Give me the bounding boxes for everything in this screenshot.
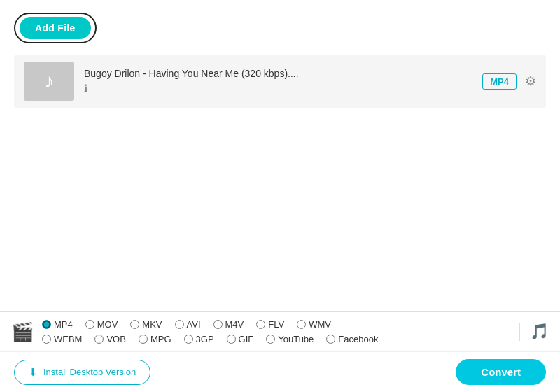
option-vob[interactable]: VOB bbox=[94, 334, 125, 344]
option-facebook[interactable]: Facebook bbox=[326, 334, 378, 344]
option-mpg[interactable]: MPG bbox=[139, 334, 172, 344]
option-youtube[interactable]: YouTube bbox=[266, 334, 314, 344]
option-flv[interactable]: FLV bbox=[256, 319, 284, 330]
footer-bar: ⬇ Install Desktop Version Convert bbox=[0, 351, 560, 392]
option-gif[interactable]: GIF bbox=[227, 334, 254, 344]
option-3gp[interactable]: 3GP bbox=[184, 334, 214, 344]
format-bar: 🎬 MP4 MOV MKV AVI M4V FLV WMV bbox=[0, 312, 560, 351]
option-m4v[interactable]: M4V bbox=[214, 319, 244, 330]
info-icon[interactable]: ℹ bbox=[84, 83, 88, 94]
option-wmv[interactable]: WMV bbox=[297, 319, 331, 330]
settings-icon[interactable]: ⚙ bbox=[525, 74, 536, 89]
convert-button[interactable]: Convert bbox=[456, 359, 546, 385]
film-icon: 🎬 bbox=[11, 321, 34, 343]
option-mov[interactable]: MOV bbox=[85, 319, 118, 330]
add-file-button[interactable]: Add File bbox=[20, 17, 91, 39]
top-area: Add File ♪ Bugoy Drilon - Having You Nea… bbox=[0, 0, 560, 312]
add-file-wrapper: Add File bbox=[14, 13, 97, 43]
download-icon: ⬇ bbox=[29, 366, 38, 379]
format-row-1: MP4 MOV MKV AVI M4V FLV WMV bbox=[42, 319, 511, 330]
option-webm[interactable]: WEBM bbox=[42, 334, 82, 344]
format-options: MP4 MOV MKV AVI M4V FLV WMV W bbox=[42, 319, 511, 344]
file-title: Bugoy Drilon - Having You Near Me (320 k… bbox=[84, 68, 472, 79]
music-icon-right: 🎵 bbox=[519, 323, 549, 341]
file-row: ♪ Bugoy Drilon - Having You Near Me (320… bbox=[14, 55, 546, 108]
install-desktop-button[interactable]: ⬇ Install Desktop Version bbox=[14, 360, 150, 385]
format-row-2: WEBM VOB MPG 3GP GIF YouTube Facebook bbox=[42, 334, 511, 344]
music-note-icon: ♪ bbox=[44, 70, 54, 92]
option-avi[interactable]: AVI bbox=[175, 319, 201, 330]
file-thumbnail: ♪ bbox=[24, 62, 74, 101]
option-mkv[interactable]: MKV bbox=[130, 319, 162, 330]
file-actions: MP4 ⚙ bbox=[482, 74, 536, 90]
install-label: Install Desktop Version bbox=[43, 367, 136, 377]
file-info: Bugoy Drilon - Having You Near Me (320 k… bbox=[84, 68, 472, 94]
option-mp4[interactable]: MP4 bbox=[42, 319, 73, 330]
format-badge[interactable]: MP4 bbox=[482, 74, 517, 90]
